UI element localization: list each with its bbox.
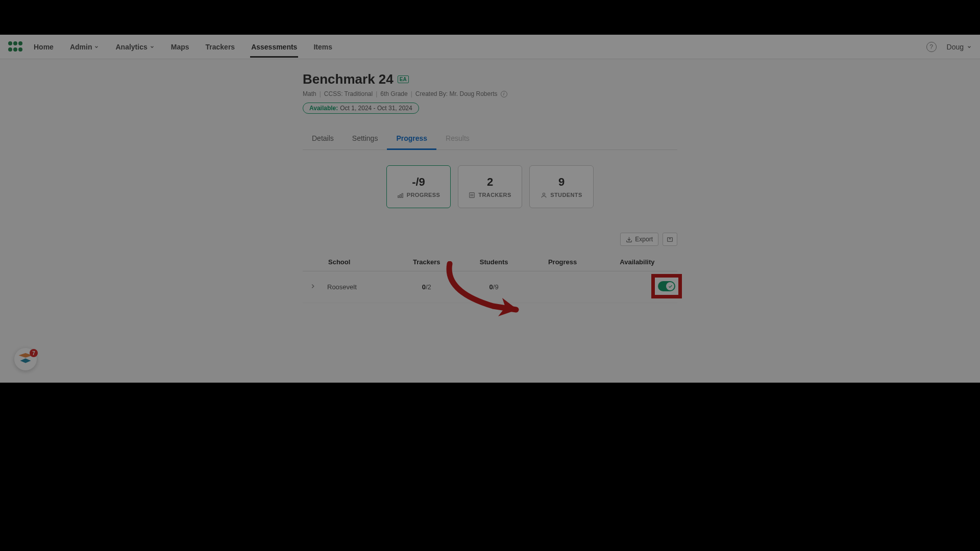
availability-pill: Available: Oct 1, 2024 - Oct 31, 2024 — [303, 103, 419, 114]
svg-point-4 — [543, 193, 545, 195]
badge-ea: EA — [398, 76, 409, 83]
tracker-icon — [469, 192, 475, 198]
nav-items: Home Admin Analytics Maps Trackers Asses… — [33, 36, 333, 58]
svg-rect-1 — [400, 194, 401, 197]
nav-admin[interactable]: Admin — [69, 36, 101, 58]
th-school: School — [303, 253, 394, 271]
availability-dates: Oct 1, 2024 - Oct 31, 2024 — [340, 105, 412, 112]
user-menu[interactable]: Doug — [947, 43, 972, 51]
export-label: Export — [635, 236, 653, 243]
stat-students-value: 9 — [558, 176, 565, 189]
availability-toggle[interactable] — [658, 281, 675, 291]
meta-subject: Math — [303, 90, 316, 97]
students-icon — [541, 192, 547, 198]
cell-progress — [528, 271, 597, 303]
user-name: Doug — [947, 43, 964, 51]
nav-items[interactable]: Items — [312, 36, 333, 58]
tab-details[interactable]: Details — [303, 128, 343, 150]
svg-rect-0 — [398, 195, 399, 197]
chevron-right-icon[interactable] — [309, 283, 316, 290]
progress-table: School Trackers Students Progress Availa… — [303, 253, 677, 303]
nav-trackers[interactable]: Trackers — [205, 36, 236, 58]
stat-trackers-value: 2 — [487, 176, 493, 189]
meta-row: Math | CCSS: Traditional | 6th Grade | C… — [303, 90, 677, 97]
stat-progress-label: PROGRESS — [407, 192, 440, 198]
check-icon — [668, 284, 673, 289]
tab-results: Results — [436, 128, 479, 150]
cell-students: 0/9 — [460, 271, 528, 303]
nav-admin-label: Admin — [70, 43, 92, 51]
th-students: Students — [460, 253, 528, 271]
top-navbar: Home Admin Analytics Maps Trackers Asses… — [0, 35, 980, 59]
meta-standard: CCSS: Traditional — [324, 90, 373, 97]
fullscreen-button[interactable] — [663, 233, 677, 246]
expand-icon — [667, 236, 673, 243]
stat-trackers-label: TRACKERS — [478, 192, 511, 198]
th-progress: Progress — [528, 253, 597, 271]
widget-badge: 7 — [30, 349, 38, 357]
tab-progress[interactable]: Progress — [387, 128, 436, 150]
chevron-down-icon — [150, 44, 155, 49]
stat-card-students[interactable]: 9 STUDENTS — [529, 165, 594, 208]
stat-progress-sub: /9 — [415, 176, 425, 188]
stat-students-label: STUDENTS — [550, 192, 582, 198]
info-icon[interactable]: i — [501, 91, 507, 97]
nav-maps[interactable]: Maps — [170, 36, 190, 58]
meta-grade: 6th Grade — [380, 90, 407, 97]
page-title: Benchmark 24 — [303, 71, 394, 87]
th-trackers: Trackers — [394, 253, 460, 271]
table-row: Roosevelt 0/2 0/9 — [303, 271, 677, 303]
th-availability: Availability — [597, 253, 677, 271]
help-icon[interactable]: ? — [926, 42, 937, 52]
chevron-down-icon — [967, 44, 972, 49]
nav-analytics[interactable]: Analytics — [114, 36, 155, 58]
highlight-annotation — [651, 274, 682, 298]
cell-school[interactable]: Roosevelt — [323, 271, 394, 303]
availability-label: Available: — [309, 105, 338, 112]
tabs: Details Settings Progress Results — [303, 128, 677, 150]
svg-rect-2 — [402, 193, 403, 197]
stat-card-trackers[interactable]: 2 TRACKERS — [458, 165, 522, 208]
export-button[interactable]: Export — [620, 233, 658, 246]
stat-card-progress[interactable]: -/9 PROGRESS — [386, 165, 451, 208]
chevron-down-icon — [94, 44, 99, 49]
tab-settings[interactable]: Settings — [343, 128, 387, 150]
nav-analytics-label: Analytics — [115, 43, 147, 51]
cell-trackers: 0/2 — [394, 271, 460, 303]
help-widget[interactable]: 7 — [14, 348, 37, 370]
export-icon — [626, 236, 632, 243]
nav-home[interactable]: Home — [33, 36, 55, 58]
nav-assessments[interactable]: Assessments — [250, 36, 298, 58]
bar-chart-icon — [397, 192, 404, 198]
app-logo[interactable] — [8, 41, 23, 53]
meta-created-by: Created By: Mr. Doug Roberts — [415, 90, 498, 97]
